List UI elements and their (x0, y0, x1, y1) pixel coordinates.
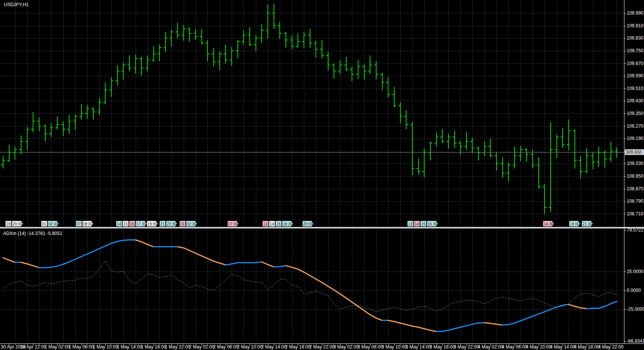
session-tag[interactable]: 20:00 (302, 221, 314, 227)
session-tag[interactable]: 19:00 (147, 221, 158, 227)
time-tick-label: 2 May 10:00 (237, 344, 262, 350)
session-tag[interactable]: 21: (159, 221, 166, 227)
session-tag[interactable]: 16:30 (427, 221, 438, 227)
session-tag-label: 01: (42, 222, 47, 226)
session-tag-label: 13: (263, 222, 269, 226)
session-tag[interactable]: 01: (179, 221, 186, 227)
time-tick-label: 1 May 02:00 (45, 344, 70, 350)
price-tick-label: 109.750 (627, 48, 644, 53)
time-tick-label: 1 May 22:00 (165, 344, 190, 350)
terminal-chart-window: 19:20:0001:02:3007:08:0014:15:16:17:3019… (0, 0, 644, 350)
session-tag-label: 19: (6, 222, 12, 226)
session-tag-label: 07: (76, 222, 82, 226)
session-tag-label: 21: (160, 222, 166, 226)
session-tag-label: 19:00 (148, 222, 157, 226)
price-tick-label: 109.590 (627, 73, 644, 78)
time-tick-label: 4 May 18:00 (574, 344, 599, 350)
session-tag-label: 16: (130, 222, 135, 226)
session-tag[interactable]: 13: (262, 221, 269, 227)
time-tick-label: 3 May 02:00 (334, 344, 359, 350)
time-tick-label: 3 May 06:00 (357, 344, 383, 350)
session-tag-label: 02:30 (187, 222, 196, 226)
session-tag[interactable]: 14: (116, 221, 122, 227)
session-tag-label: 14: (117, 222, 122, 226)
session-tag-label: 15: (421, 222, 427, 226)
time-tick-label: 4 May 06:00 (502, 344, 527, 350)
pane-splitter[interactable] (0, 227, 644, 228)
time-tick-label: 3 May 22:00 (454, 344, 479, 350)
price-tick-label: 109.510 (627, 86, 644, 91)
time-tick-label: 1 May 06:00 (69, 344, 94, 350)
time-tick-label: 2 May 18:00 (285, 344, 310, 350)
price-tick-label: 109.430 (627, 98, 644, 103)
time-tick-label: 4 May 22:00 (598, 344, 624, 350)
session-tag-label: 22:30 (167, 222, 176, 226)
session-tag-label: 16:30 (283, 222, 292, 226)
price-tick-label: 109.350 (627, 111, 644, 116)
session-tag[interactable]: 15: (276, 221, 282, 227)
session-tag-label: 20:00 (13, 222, 22, 226)
session-tag-label: 07:00 (228, 222, 238, 226)
indicator-pane[interactable] (0, 230, 624, 341)
time-tick-label: 4 May 02:00 (478, 344, 503, 350)
price-tick-label: 108.870 (627, 186, 644, 192)
session-tag[interactable]: 08:00 (82, 221, 93, 227)
chart-canvas[interactable]: 19:20:0001:02:3007:08:0014:15:16:17:3019… (0, 0, 644, 350)
time-tick-label: 2 May 22:00 (309, 344, 335, 350)
session-tag-label: 02:30 (48, 222, 58, 226)
time-tick-label: 3 May 14:00 (405, 344, 431, 350)
session-tag[interactable]: 02:30 (48, 221, 59, 227)
session-tag[interactable]: 19:00 (569, 221, 580, 227)
symbol-period-label: USDJPY,H1 (4, 2, 28, 7)
session-tag[interactable]: 14: (414, 221, 420, 227)
price-tick-label: 109.670 (627, 61, 644, 66)
price-tick-label: 108.710 (627, 211, 644, 217)
session-tag[interactable]: 07: (76, 221, 82, 227)
session-tag[interactable]: 20:00 (12, 221, 23, 227)
session-tag[interactable]: 16:30 (282, 221, 293, 227)
session-tag-label: 01: (180, 222, 186, 226)
price-tick-label: 109.270 (627, 123, 644, 129)
session-tag-label: 14: (415, 222, 420, 226)
session-tag[interactable]: 17:30 (136, 221, 147, 227)
time-tick-label: 3 May 10:00 (382, 344, 407, 350)
session-tag-label: 16:30 (428, 222, 437, 226)
indicator-tick-label: -25.0000 (627, 307, 644, 312)
session-tag-label: 21:30 (583, 222, 592, 226)
session-tag[interactable]: 13: (407, 221, 413, 227)
price-tick-label: 109.990 (627, 10, 644, 16)
time-axis-labels: 30 Apr 201830 Apr 22:001 May 02:001 May … (1, 343, 624, 350)
time-tick-label: 2 May 02:00 (189, 344, 214, 350)
time-tick-label: 4 May 14:00 (550, 344, 575, 350)
price-tick-label: 109.910 (627, 23, 644, 28)
session-tag[interactable]: 07:00 (227, 221, 239, 227)
session-tag[interactable]: 02:30 (186, 221, 197, 227)
session-tag[interactable]: 16: (129, 221, 135, 227)
time-tick-label: 4 May 10:00 (526, 344, 551, 350)
session-tag[interactable]: 14:30 (543, 221, 554, 227)
session-tag[interactable]: 15: (420, 221, 427, 227)
session-tag[interactable]: 21:30 (582, 221, 593, 227)
session-tag[interactable]: 15: (123, 221, 129, 227)
time-tick-label: 2 May 06:00 (213, 344, 238, 350)
time-tick-label: 1 May 14:00 (117, 344, 142, 350)
price-tick-label: 108.950 (627, 173, 644, 179)
time-tick-label: 1 May 18:00 (141, 344, 166, 350)
session-tag[interactable]: 19: (5, 221, 12, 227)
session-tag-label: 14:30 (544, 222, 553, 226)
session-tag[interactable]: 14: (269, 221, 275, 227)
indicator-tick-label: -66.8341 (627, 338, 644, 344)
indicator-title-label: ADXm (14) -14.3761 -5.8051 (3, 231, 62, 236)
session-tag-label: 14: (270, 222, 275, 226)
price-tick-label: 109.190 (627, 136, 644, 141)
session-tag-label: 13: (408, 222, 413, 226)
session-tag-label: 19:00 (570, 222, 579, 226)
indicator-tick-label: 0.0000 (627, 288, 641, 293)
time-tick-label: 3 May 18:00 (430, 344, 455, 350)
price-tick-label: 109.830 (627, 35, 644, 41)
time-tick-label: 1 May 10:00 (93, 344, 118, 350)
session-tag-label: 17:30 (136, 222, 146, 226)
indicator-tick-label: 79.5722 (627, 227, 644, 233)
session-tag[interactable]: 01: (41, 221, 47, 227)
session-tag[interactable]: 22:30 (166, 221, 177, 227)
